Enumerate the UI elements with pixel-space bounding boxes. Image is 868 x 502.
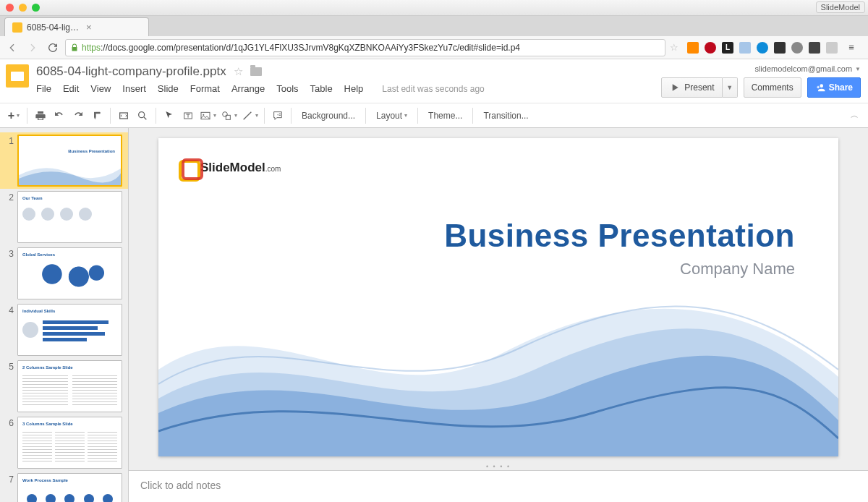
- star-icon[interactable]: ☆: [234, 65, 243, 78]
- app-header: 6085-04-light-company-profile.pptx ☆ Fil…: [0, 59, 868, 103]
- select-tool[interactable]: [160, 106, 179, 125]
- thumb-number: 6: [3, 417, 17, 428]
- ext-icon-dark[interactable]: L: [722, 42, 733, 54]
- play-icon: [669, 82, 681, 93]
- forward-button: [25, 40, 41, 56]
- menu-format[interactable]: Format: [190, 83, 220, 94]
- canvas-area: SlideModel.com Business Presentation Com…: [129, 128, 868, 502]
- menu-tools[interactable]: Tools: [276, 83, 298, 94]
- tab-favicon: [12, 22, 22, 33]
- account-switcher[interactable]: slidemodelcom@gmail.com ▼: [754, 64, 861, 73]
- textbox-tool[interactable]: [179, 106, 197, 125]
- browser-tab[interactable]: 6085-04-light-company-pr ×: [4, 17, 149, 36]
- image-tool[interactable]: [197, 106, 218, 125]
- ext-icon[interactable]: [809, 42, 820, 54]
- thumb-number: 1: [3, 135, 17, 146]
- last-edit-status[interactable]: Last edit was seconds ago: [382, 84, 484, 94]
- toolbar: + Background... Layout Theme... Transiti…: [0, 103, 868, 128]
- slide-thumbnail[interactable]: 5 2 Columns Sample Slide: [0, 358, 128, 414]
- comments-button[interactable]: Comments: [744, 77, 801, 98]
- ext-icon[interactable]: [826, 42, 838, 54]
- ext-icon[interactable]: [791, 42, 803, 54]
- zoom-button[interactable]: [133, 106, 152, 125]
- line-tool[interactable]: [239, 106, 260, 125]
- lock-icon: [70, 43, 79, 52]
- redo-button[interactable]: [69, 106, 88, 125]
- slide-thumbnail[interactable]: 6 3 Columns Sample Slide: [0, 414, 128, 471]
- workspace: 1 Business Presentation 2 Our Team 3 Glo…: [0, 128, 868, 502]
- print-button[interactable]: [31, 106, 50, 125]
- slide-canvas[interactable]: SlideModel.com Business Presentation Com…: [158, 138, 838, 456]
- layout-button[interactable]: Layout: [370, 106, 414, 125]
- menu-help[interactable]: Help: [344, 83, 364, 94]
- user-email-text: slidemodelcom@gmail.com: [754, 64, 852, 73]
- chrome-menu-icon[interactable]: ≡: [843, 40, 859, 56]
- window-close-dot[interactable]: [6, 4, 14, 12]
- thumb-number: 3: [3, 247, 17, 259]
- svg-point-1: [139, 111, 145, 117]
- slide-background-waves: [158, 268, 838, 456]
- shape-tool[interactable]: [218, 106, 239, 125]
- slide-thumbnail[interactable]: 3 Global Services: [0, 245, 128, 302]
- extension-icons: L ≡: [683, 40, 864, 56]
- svg-point-5: [223, 111, 228, 116]
- folder-icon[interactable]: [250, 67, 262, 76]
- caret-down-icon: ▼: [855, 66, 861, 72]
- present-label: Present: [684, 82, 714, 93]
- share-label: Share: [829, 82, 853, 93]
- reload-button[interactable]: [45, 40, 61, 56]
- ext-icon[interactable]: [757, 42, 768, 54]
- speaker-notes[interactable]: Click to add notes: [129, 470, 868, 502]
- present-button[interactable]: Present: [661, 77, 722, 98]
- ext-icon[interactable]: [687, 42, 699, 54]
- browser-toolbar: https://docs.google.com/presentation/d/1…: [0, 36, 868, 59]
- slide-title-text[interactable]: Business Presentation: [444, 218, 795, 254]
- slide-thumbnail[interactable]: 7 Work Process Sample: [0, 471, 128, 502]
- menu-view[interactable]: View: [90, 83, 111, 94]
- background-button[interactable]: Background...: [295, 106, 362, 125]
- theme-button[interactable]: Theme...: [422, 106, 469, 125]
- comments-label: Comments: [752, 82, 793, 93]
- window-zoom-dot[interactable]: [32, 4, 40, 12]
- back-button[interactable]: [4, 40, 20, 56]
- slides-logo[interactable]: [6, 64, 29, 88]
- thumb-number: 4: [3, 304, 17, 315]
- slide-logo: SlideModel.com: [179, 158, 281, 177]
- slide-thumbnail-panel[interactable]: 1 Business Presentation 2 Our Team 3 Glo…: [0, 128, 129, 502]
- macos-titlebar: SlideModel: [0, 0, 868, 16]
- fit-button[interactable]: [114, 106, 133, 125]
- canvas-scroll[interactable]: SlideModel.com Business Presentation Com…: [129, 128, 868, 464]
- window-minimize-dot[interactable]: [19, 4, 27, 12]
- menu-edit[interactable]: Edit: [63, 83, 79, 94]
- slide-thumbnail[interactable]: 4 Individual Skills: [0, 302, 128, 358]
- document-title[interactable]: 6085-04-light-company-profile.pptx: [36, 64, 226, 79]
- share-button[interactable]: Share: [807, 77, 861, 98]
- address-bar[interactable]: https://docs.google.com/presentation/d/1…: [65, 39, 665, 56]
- menu-table[interactable]: Table: [310, 83, 333, 94]
- undo-button[interactable]: [50, 106, 69, 125]
- extension-badge[interactable]: SlideModel: [816, 1, 865, 13]
- tab-close-icon[interactable]: ×: [86, 22, 141, 33]
- thumb-number: 5: [3, 360, 17, 372]
- buffer-icon[interactable]: [774, 42, 786, 54]
- comment-button[interactable]: [268, 106, 287, 125]
- collapse-toolbar-icon[interactable]: ︿: [845, 106, 864, 125]
- bookmark-star-icon[interactable]: ☆: [670, 42, 678, 53]
- pinterest-icon[interactable]: [705, 42, 716, 54]
- menu-file[interactable]: File: [36, 83, 51, 94]
- menu-slide[interactable]: Slide: [158, 83, 179, 94]
- browser-tab-strip: 6085-04-light-company-pr ×: [0, 16, 868, 36]
- new-slide-button[interactable]: +: [4, 106, 23, 125]
- notes-resize-handle[interactable]: • • • •: [129, 464, 868, 470]
- paint-format-button[interactable]: [88, 106, 106, 125]
- ext-icon[interactable]: [739, 42, 751, 54]
- url-scheme: https: [82, 43, 101, 53]
- url-path: ://docs.google.com/presentation/d/1qJG1Y…: [101, 43, 520, 53]
- transition-button[interactable]: Transition...: [477, 106, 535, 125]
- menu-arrange[interactable]: Arrange: [231, 83, 265, 94]
- menu-bar: File Edit View Insert Slide Format Arran…: [36, 83, 661, 94]
- slide-thumbnail[interactable]: 1 Business Presentation: [0, 132, 128, 189]
- slide-thumbnail[interactable]: 2 Our Team: [0, 189, 128, 245]
- menu-insert[interactable]: Insert: [122, 83, 146, 94]
- present-dropdown[interactable]: ▼: [723, 77, 738, 98]
